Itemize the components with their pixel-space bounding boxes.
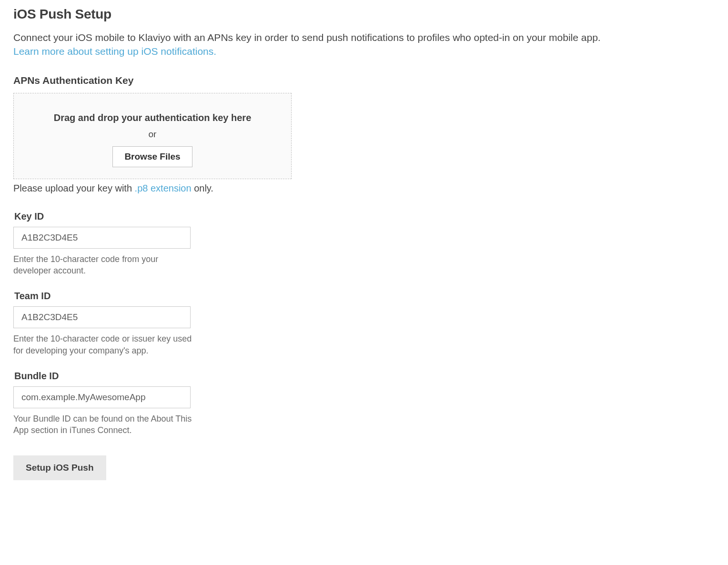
upload-hint-extension: .p8 extension (135, 183, 192, 193)
team-id-field-group: Team ID Enter the 10-character code or i… (13, 291, 715, 356)
key-id-help: Enter the 10-character code from your de… (13, 253, 194, 277)
learn-more-link[interactable]: Learn more about setting up iOS notifica… (13, 46, 216, 57)
bundle-id-label: Bundle ID (14, 371, 715, 382)
dropzone-instruction: Drag and drop your authentication key he… (23, 112, 282, 123)
key-id-input[interactable] (13, 227, 191, 249)
bundle-id-field-group: Bundle ID Your Bundle ID can be found on… (13, 371, 715, 436)
intro-text: Connect your iOS mobile to Klaviyo with … (13, 30, 715, 59)
bundle-id-help: Your Bundle ID can be found on the About… (13, 413, 194, 436)
upload-hint-suffix: only. (192, 183, 213, 193)
team-id-label: Team ID (14, 291, 715, 302)
team-id-help: Enter the 10-character code or issuer ke… (13, 333, 194, 356)
page-title: iOS Push Setup (13, 7, 715, 22)
bundle-id-input[interactable] (13, 386, 191, 408)
apns-section-label: APNs Authentication Key (13, 75, 715, 86)
key-id-label: Key ID (14, 211, 715, 222)
intro-body: Connect your iOS mobile to Klaviyo with … (13, 32, 601, 43)
browse-files-button[interactable]: Browse Files (112, 146, 192, 167)
team-id-input[interactable] (13, 306, 191, 328)
upload-hint: Please upload your key with .p8 extensio… (13, 183, 715, 194)
file-dropzone[interactable]: Drag and drop your authentication key he… (13, 93, 292, 179)
upload-hint-prefix: Please upload your key with (13, 183, 135, 193)
key-id-field-group: Key ID Enter the 10-character code from … (13, 211, 715, 277)
dropzone-or: or (23, 129, 282, 140)
setup-ios-push-button[interactable]: Setup iOS Push (13, 455, 106, 480)
